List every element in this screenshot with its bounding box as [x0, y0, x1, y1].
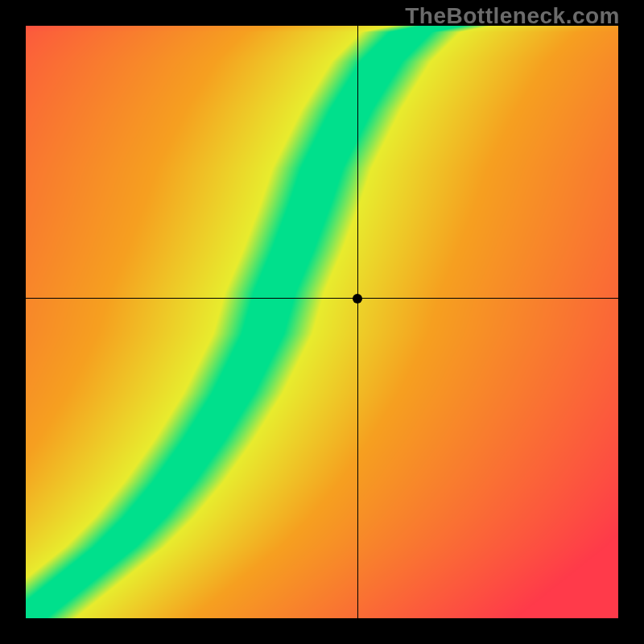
chart-root: TheBottleneck.com — [0, 0, 644, 644]
watermark-text: TheBottleneck.com — [405, 3, 620, 29]
heatmap-plot — [26, 26, 618, 618]
heatmap-canvas — [26, 26, 618, 618]
